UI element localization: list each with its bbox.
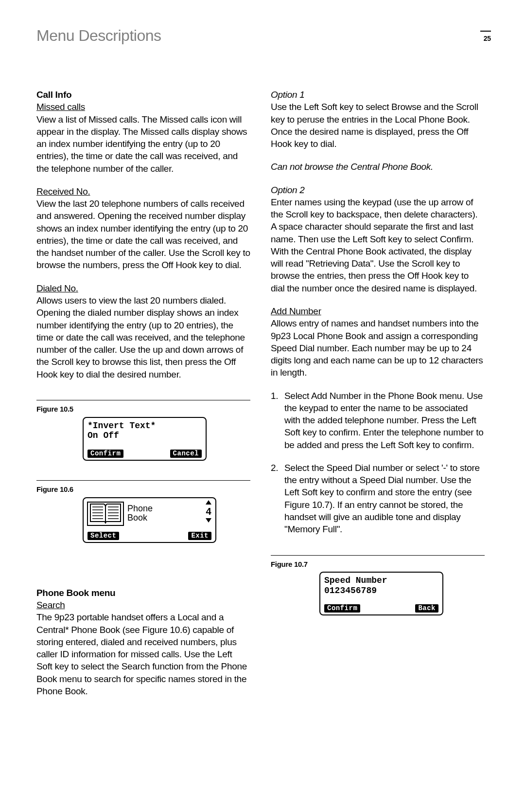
- add-number-heading: Add Number: [271, 305, 485, 317]
- option-2-heading: Option 2: [271, 184, 485, 196]
- section-title: Menu Descriptions: [36, 27, 161, 45]
- left-column: Call Info Missed calls View a list of Mi…: [36, 89, 250, 708]
- figure-10-7-label: Figure 10.7: [271, 559, 485, 569]
- option-1-heading: Option 1: [271, 89, 485, 101]
- figure-10-5-label: Figure 10.5: [36, 404, 250, 414]
- figure-10-7-screen: Speed Number 0123456789 Confirm Back: [319, 572, 443, 615]
- lcd-line-1: *Invert Text*: [88, 421, 202, 431]
- lcd-select-button: Select: [88, 532, 119, 540]
- dialed-no-body: Allows users to view the last 20 numbers…: [36, 294, 250, 380]
- phone-book-icon: [87, 500, 124, 527]
- option-2-body: Enter names using the keypad (use the up…: [271, 196, 485, 294]
- missed-calls-heading: Missed calls: [36, 101, 250, 113]
- arrow-down-icon: [206, 518, 211, 523]
- figure-10-6-label: Figure 10.6: [36, 485, 250, 494]
- figure-separator: [36, 400, 250, 400]
- lcd-confirm-button: Confirm: [324, 604, 360, 613]
- figure-10-5-screen: *Invert Text* On Off Confirm Cancel: [83, 417, 207, 461]
- call-info-heading: Call Info: [36, 89, 250, 101]
- figure-separator: [271, 555, 485, 556]
- pb-count: 4: [206, 505, 211, 518]
- dialed-no-heading: Dialed No.: [36, 282, 250, 294]
- lcd-line-2: On Off: [88, 431, 202, 441]
- lcd-back-button: Back: [415, 604, 438, 613]
- cannot-browse-note: Can not browse the Central Phone Book.: [271, 161, 485, 173]
- lcd-line-2: 0123456789: [324, 586, 438, 596]
- received-no-heading: Received No.: [36, 185, 250, 198]
- phone-book-menu-heading: Phone Book menu: [36, 587, 250, 599]
- scroll-indicator: 4: [206, 500, 212, 523]
- lcd-confirm-button: Confirm: [88, 450, 123, 458]
- lcd-cancel-button: Cancel: [170, 450, 202, 458]
- option-1-body: Use the Left Soft key to select Browse a…: [271, 101, 485, 150]
- page-number: 25: [480, 31, 491, 42]
- figure-separator: [36, 480, 250, 481]
- received-no-body: View the last 20 telephone numbers of ca…: [36, 198, 250, 271]
- page-header: Menu Descriptions 25: [36, 27, 491, 45]
- lcd-line-1: Speed Number: [324, 576, 438, 586]
- step-2: Select the Speed Dial number or select '…: [271, 462, 485, 536]
- figure-10-6-screen: Phone Book 4 Select Exit: [83, 497, 216, 543]
- missed-calls-body: View a list of Missed calls. The Missed …: [36, 113, 250, 175]
- lcd-exit-button: Exit: [188, 532, 211, 540]
- add-number-body: Allows entry of names and handset number…: [271, 317, 485, 379]
- phone-book-label: Phone Book: [127, 500, 153, 523]
- search-heading: Search: [36, 599, 250, 611]
- pb-label-1: Phone: [127, 504, 153, 513]
- search-body: The 9p23 portable handset offers a Local…: [36, 611, 250, 697]
- step-1: Select Add Number in the Phone Book menu…: [271, 390, 485, 451]
- add-number-steps: Select Add Number in the Phone Book menu…: [271, 390, 485, 536]
- pb-label-2: Book: [127, 513, 153, 523]
- arrow-up-icon: [206, 500, 211, 505]
- right-column: Option 1 Use the Left Soft key to select…: [271, 89, 485, 708]
